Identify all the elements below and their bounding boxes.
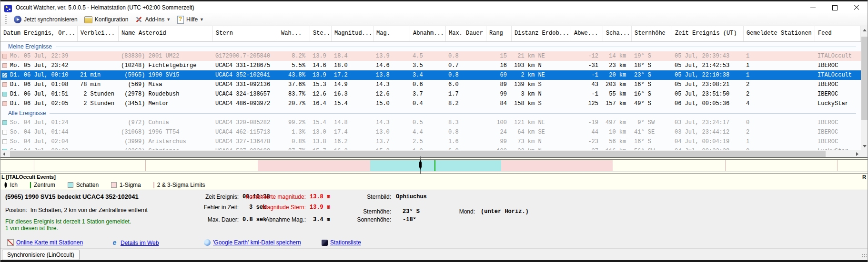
column-header[interactable]: Stern: [213, 26, 278, 41]
event-cell: 16.2: [332, 137, 373, 146]
row-checkbox[interactable]: [2, 92, 7, 97]
event-row[interactable]: So. 04 Jul, 01:44(31068) 1996 TT54UCAC4 …: [0, 127, 861, 137]
event-cell: 13.7: [373, 137, 410, 146]
event-row[interactable]: Di. 06 Jul, 01:51 2 Stunden (2978) Roude…: [0, 89, 861, 99]
group-divider: [50, 113, 856, 114]
row-checkbox[interactable]: [2, 101, 7, 106]
event-cell: -1: [571, 70, 603, 80]
event-cell: 2: [744, 127, 815, 137]
column-header[interactable]: Verblei...: [78, 26, 119, 41]
event-cell: 23 km: [603, 61, 632, 70]
column-header[interactable]: Ste...: [310, 26, 332, 41]
mag-drop-label: Abnahme Mag.:: [220, 216, 306, 223]
row-checkbox[interactable]: [2, 139, 7, 144]
column-header[interactable]: Rang: [486, 26, 512, 41]
event-cell: IBEROC: [815, 127, 861, 137]
close-button[interactable]: [846, 1, 868, 14]
event-cell: 1.6: [446, 137, 486, 146]
event-cell: -12: [571, 51, 603, 61]
event-cell: (569) Misa: [119, 80, 213, 89]
window-title: Occult Watcher, ver. 5.0.0.5 - Heimatsta…: [16, 4, 194, 11]
vertical-scrollbar[interactable]: [861, 26, 868, 150]
event-row[interactable]: Di. 06 Jul, 01:0878 min (569) MisaUCAC4 …: [0, 80, 861, 89]
horizontal-scroll-thumb[interactable]: [10, 151, 826, 157]
google-earth-label[interactable]: 'Google Earth' kml-Datei speichern: [213, 239, 301, 246]
event-cell: 06 Jul, 00:05:36: [672, 99, 744, 108]
column-header[interactable]: Name Asteroid: [119, 26, 213, 41]
event-row[interactable]: Mo. 05 Jul, 22:39(83830) 2001 UM22G17290…: [0, 51, 861, 61]
column-header[interactable]: Zeit Ereignis (UT): [672, 26, 744, 41]
column-header[interactable]: Mag.: [373, 26, 410, 41]
event-cell: So. 04 Jul, 02:04: [0, 137, 78, 146]
stations-list-link[interactable]: Stationsliste: [322, 239, 361, 246]
event-row[interactable]: Di. 06 Jul, 00:1021 min (5965) 1990 SV15…: [0, 70, 861, 80]
horizontal-scrollbar[interactable]: [0, 150, 861, 157]
column-header[interactable]: Wah...: [278, 26, 310, 41]
event-cell: LuckyStar: [815, 146, 861, 150]
toolbar-grip[interactable]: [5, 15, 7, 24]
event-row[interactable]: Di. 06 Jul, 02:05 2 Stunden (3451) Mento…: [0, 99, 861, 108]
event-date: Di. 06 Jul, 01:51: [10, 89, 68, 99]
event-cell: (3451) Mentor: [119, 99, 213, 108]
google-earth-link[interactable]: 'Google Earth' kml-Datei speichern: [204, 239, 301, 246]
resize-grip-icon[interactable]: [862, 253, 867, 258]
row-checkbox[interactable]: [2, 54, 7, 58]
row-checkbox[interactable]: [2, 120, 7, 125]
row-checkbox[interactable]: [2, 73, 7, 78]
column-header[interactable]: Scha...: [603, 26, 632, 41]
column-header[interactable]: Gemeldete Stationen: [744, 26, 815, 41]
me-marker-icon: [4, 182, 7, 188]
vertical-scroll-thumb[interactable]: [861, 37, 868, 120]
scroll-right-icon[interactable]: [856, 152, 858, 156]
event-cell: 13.9: [310, 51, 332, 61]
maximize-button[interactable]: [824, 1, 846, 14]
web-details-link[interactable]: e Details im Web: [111, 239, 159, 246]
event-row[interactable]: So. 04 Jul, 02:04 (3999) AristarchusUCAC…: [0, 137, 861, 146]
minimize-button[interactable]: [802, 1, 824, 14]
stations-list-label[interactable]: Stationsliste: [330, 239, 361, 246]
configuration-button[interactable]: Konfiguration: [81, 14, 132, 25]
column-header[interactable]: Abwe...: [571, 26, 603, 41]
event-cell: 13.8: [310, 137, 332, 146]
row-checkbox[interactable]: [2, 130, 7, 135]
chevron-down-icon: ▼: [166, 17, 171, 22]
event-cell: 37.6%: [278, 80, 310, 89]
scroll-left-icon[interactable]: [3, 152, 5, 156]
event-cell: So. 04 Jul, 01:24: [0, 118, 78, 127]
event-cell: 5.5%: [278, 61, 310, 70]
event-row[interactable]: So. 04 Jul, 02:23 (2363) CebrionesUCAC4 …: [0, 146, 861, 150]
sync-now-button[interactable]: Jetzt synchronisieren: [10, 14, 81, 25]
event-cell: 69: [486, 70, 512, 80]
event-cell: 121 km NE: [512, 118, 571, 127]
web-details-label[interactable]: Details im Web: [121, 240, 159, 246]
scroll-down-icon[interactable]: [863, 145, 867, 147]
event-cell: Mo. 05 Jul, 23:42: [0, 61, 78, 70]
column-header[interactable]: Datum Ereignis, Or...: [0, 26, 78, 41]
row-checkbox[interactable]: [2, 63, 7, 68]
help-icon: [177, 16, 184, 24]
event-cell: 15.4: [332, 99, 373, 108]
event-cell: 99: [486, 137, 512, 146]
online-map-label[interactable]: Online Karte mit Stationen: [16, 239, 83, 246]
legend-label: Zentrum: [34, 182, 55, 188]
column-header[interactable]: Sternhöhe: [632, 26, 672, 41]
column-header[interactable]: Abnahm...: [410, 26, 446, 41]
taskbar-sliver: [0, 260, 868, 262]
online-map-link[interactable]: Online Karte mit Stationen: [7, 239, 83, 246]
band-right-label: R: [862, 174, 866, 180]
event-cell: 43.8%: [278, 70, 310, 80]
event-cell: (3999) Aristarchus: [119, 137, 213, 146]
column-header[interactable]: Magnitud...: [332, 26, 373, 41]
row-checkbox[interactable]: [2, 82, 7, 87]
event-row[interactable]: So. 04 Jul, 01:24 (972) CohniaUCAC4 320-…: [0, 118, 861, 127]
help-button[interactable]: Hilfe ▼: [174, 14, 207, 25]
column-header[interactable]: Feed: [815, 26, 861, 41]
event-row[interactable]: Mo. 05 Jul, 23:42(10248) FichtelgebirgeU…: [0, 61, 861, 70]
addins-button[interactable]: Add-ins ▼: [131, 14, 174, 25]
event-cell: 0.8: [446, 70, 486, 80]
event-cell: 14.3: [373, 80, 410, 89]
scroll-up-icon[interactable]: [863, 29, 867, 31]
column-header[interactable]: Distanz Erdob...: [512, 26, 571, 41]
column-header[interactable]: Max. Dauer: [446, 26, 486, 41]
centerline-icon: [30, 182, 31, 188]
